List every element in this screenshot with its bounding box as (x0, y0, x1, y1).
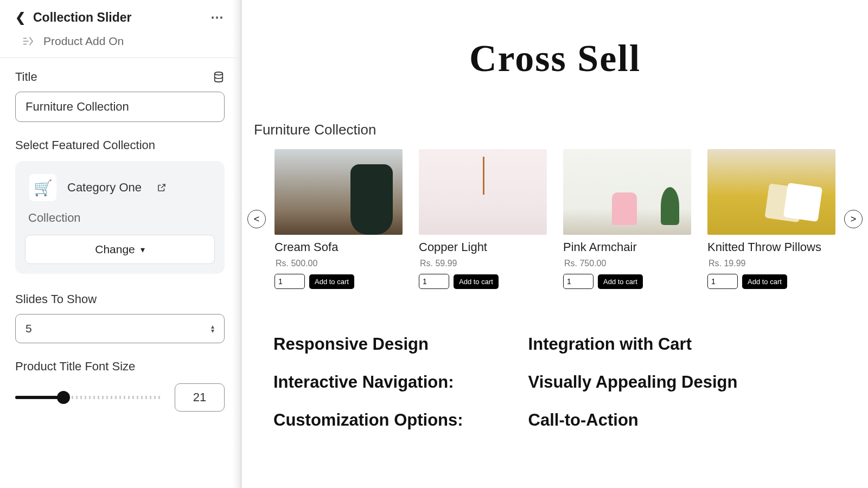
quantity-input[interactable] (419, 274, 449, 289)
hero-title: Cross Sell (247, 37, 863, 80)
carousel-cards: Cream SofaRs. 500.00Add to cartCopper Li… (269, 149, 841, 289)
product-price: Rs. 500.00 (276, 259, 403, 268)
add-to-cart-button[interactable]: Add to cart (454, 274, 499, 289)
add-to-cart-button[interactable]: Add to cart (598, 274, 643, 289)
scrollbar[interactable] (232, 0, 240, 488)
feature-item: Integration with Cart (528, 335, 738, 354)
product-card: Copper LightRs. 59.99Add to cart (419, 149, 547, 289)
title-field-label: Title (15, 70, 37, 84)
carousel-next-button[interactable]: > (844, 210, 863, 228)
feature-item: Call-to-Action (528, 410, 738, 430)
slides-to-show-select[interactable]: 5 ▴▾ (15, 314, 225, 343)
product-title: Cream Sofa (275, 240, 403, 254)
add-to-cart-button[interactable]: Add to cart (309, 274, 354, 289)
product-price: Rs. 750.00 (564, 259, 691, 268)
back-button[interactable]: ❮ (15, 10, 25, 25)
collection-sublabel: Collection (25, 211, 215, 235)
feature-item: Visually Appealing Design (528, 373, 738, 392)
feature-item: Interactive Navigation: (273, 373, 463, 392)
collection-heading: Furniture Collection (254, 121, 863, 138)
sidebar-header: ❮ Collection Slider ⋯ (0, 0, 240, 30)
carousel-prev-button[interactable]: < (247, 210, 266, 228)
product-title: Knitted Throw Pillows (707, 240, 835, 254)
slider-fill (15, 396, 63, 399)
add-to-cart-button[interactable]: Add to cart (742, 274, 787, 289)
feature-item: Customization Options: (273, 410, 463, 430)
database-icon[interactable] (213, 71, 225, 83)
preview-pane: Cross Sell Furniture Collection < Cream … (242, 0, 868, 488)
feature-column-left: Responsive DesignInteractive Navigation:… (273, 335, 463, 430)
product-carousel: < Cream SofaRs. 500.00Add to cartCopper … (247, 149, 863, 289)
fontsize-label: Product Title Font Size (15, 359, 225, 374)
feature-list: Responsive DesignInteractive Navigation:… (273, 335, 863, 430)
sidebar-title: Collection Slider (33, 10, 131, 25)
product-image[interactable] (419, 149, 547, 235)
addon-label: Product Add On (43, 35, 124, 48)
product-title: Copper Light (419, 240, 547, 254)
title-input[interactable] (15, 92, 225, 122)
addon-row[interactable]: Product Add On (0, 30, 240, 57)
product-image[interactable] (707, 149, 835, 235)
product-price: Rs. 19.99 (709, 259, 835, 268)
product-card: Cream SofaRs. 500.00Add to cart (275, 149, 403, 289)
feature-item: Responsive Design (273, 335, 463, 354)
product-image[interactable] (275, 149, 403, 235)
quantity-input[interactable] (563, 274, 593, 289)
featured-collection-label: Select Featured Collection (15, 138, 225, 152)
fontsize-value[interactable]: 21 (175, 383, 225, 412)
feature-column-right: Integration with CartVisually Appealing … (528, 335, 738, 430)
slider-thumb[interactable] (57, 391, 70, 404)
change-label: Change (95, 243, 135, 256)
collection-name: Category One (67, 181, 142, 195)
product-title: Pink Armchair (563, 240, 691, 254)
chevron-down-icon: ▾ (141, 245, 145, 255)
addon-icon (22, 36, 34, 46)
product-price: Rs. 59.99 (420, 259, 547, 268)
more-menu-icon[interactable]: ⋯ (210, 10, 225, 25)
product-card: Knitted Throw PillowsRs. 19.99Add to car… (707, 149, 835, 289)
external-link-icon (157, 183, 167, 192)
slides-value: 5 (25, 322, 32, 335)
quantity-input[interactable] (275, 274, 305, 289)
stepper-icon: ▴▾ (211, 324, 214, 333)
product-card: Pink ArmchairRs. 750.00Add to cart (563, 149, 691, 289)
slides-to-show-label: Slides To Show (15, 292, 225, 306)
change-collection-button[interactable]: Change ▾ (25, 235, 215, 264)
collection-thumb-icon: 🛒 (29, 174, 56, 201)
settings-sidebar: ❮ Collection Slider ⋯ Product Add On Tit… (0, 0, 242, 488)
collection-link[interactable]: 🛒 Category One (25, 171, 215, 211)
svg-point-3 (215, 72, 223, 75)
quantity-input[interactable] (707, 274, 738, 289)
fontsize-slider[interactable] (15, 396, 162, 399)
collection-card: 🛒 Category One Collection Change ▾ (15, 161, 225, 274)
product-image[interactable] (563, 149, 691, 235)
